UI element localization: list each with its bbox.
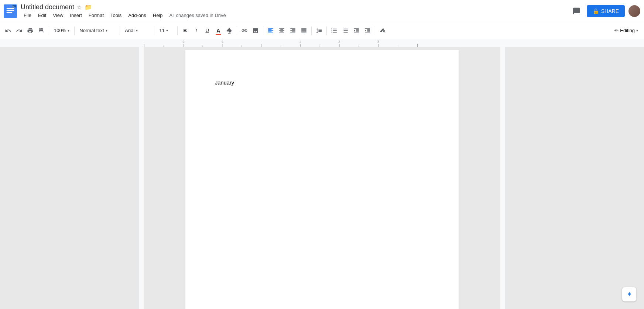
align-left-button[interactable] <box>266 25 276 36</box>
style-value: Normal text <box>79 28 104 33</box>
separator-6 <box>237 26 237 35</box>
title-bar: Untitled document ☆ 📁 File Edit View Ins… <box>0 0 644 22</box>
underline-button[interactable]: U <box>202 25 212 36</box>
right-controls: 🔒 SHARE <box>570 4 640 18</box>
docs-logo-icon <box>4 4 17 18</box>
menu-tools[interactable]: Tools <box>107 12 124 19</box>
menu-format[interactable]: Format <box>86 12 107 19</box>
vertical-ruler-right <box>500 47 505 309</box>
text-color-label: A <box>216 28 220 34</box>
paint-format-button[interactable] <box>36 25 47 36</box>
separator-10 <box>375 26 375 35</box>
menu-help[interactable]: Help <box>150 12 166 19</box>
zoom-arrow-icon: ▾ <box>68 28 69 32</box>
page-area[interactable]: January <box>144 47 500 309</box>
share-button[interactable]: 🔒 SHARE <box>587 5 625 17</box>
doc-title[interactable]: Untitled document <box>21 3 74 11</box>
save-status: All changes saved in Drive <box>169 13 226 18</box>
menu-addons[interactable]: Add-ons <box>125 12 149 19</box>
style-arrow-icon: ▾ <box>106 28 107 32</box>
font-dropdown[interactable]: Arial ▾ <box>122 25 152 36</box>
title-area: Untitled document ☆ 📁 File Edit View Ins… <box>21 3 570 19</box>
right-margin <box>500 47 644 309</box>
menu-insert[interactable]: Insert <box>67 12 85 19</box>
separator-4 <box>154 26 154 35</box>
ruler <box>0 39 644 47</box>
separator-2 <box>74 26 75 35</box>
zoom-value: 100% <box>54 28 66 33</box>
assist-icon: ✦ <box>627 290 632 298</box>
editing-mode-button[interactable]: ✏ Editing ▾ <box>612 26 641 35</box>
align-right-button[interactable] <box>288 25 298 36</box>
comment-icon[interactable] <box>570 4 583 18</box>
clear-format-button[interactable] <box>377 25 388 36</box>
separator-3 <box>120 26 120 35</box>
svg-rect-2 <box>7 10 14 11</box>
editing-mode-area: ✏ Editing ▾ <box>612 26 641 35</box>
align-center-button[interactable] <box>277 25 287 36</box>
ruler-canvas <box>0 39 644 47</box>
redo-button[interactable] <box>14 25 24 36</box>
separator-7 <box>263 26 263 35</box>
link-button[interactable] <box>239 25 250 36</box>
svg-rect-1 <box>7 8 14 9</box>
menu-edit[interactable]: Edit <box>35 12 49 19</box>
print-button[interactable] <box>25 25 35 36</box>
menu-file[interactable]: File <box>21 12 34 19</box>
justify-button[interactable] <box>299 25 309 36</box>
main-area: January <box>0 47 644 309</box>
image-button[interactable] <box>250 25 261 36</box>
pencil-icon: ✏ <box>614 28 619 33</box>
star-icon[interactable]: ☆ <box>76 4 83 10</box>
separator-9 <box>326 26 327 35</box>
left-margin <box>0 47 144 309</box>
line-spacing-button[interactable] <box>314 25 324 36</box>
decrease-indent-button[interactable] <box>351 25 362 36</box>
toolbar: 100% ▾ Normal text ▾ Arial ▾ 11 ▾ B I U … <box>0 22 644 39</box>
svg-rect-3 <box>7 12 12 13</box>
bulleted-list-button[interactable] <box>340 25 350 36</box>
italic-button[interactable]: I <box>191 25 201 36</box>
doc-title-row: Untitled document ☆ 📁 <box>21 3 570 11</box>
separator-5 <box>177 26 178 35</box>
editing-mode-label: Editing <box>620 28 635 33</box>
vertical-ruler-left <box>139 47 144 309</box>
separator-1 <box>49 26 49 35</box>
increase-indent-button[interactable] <box>362 25 373 36</box>
document-text[interactable]: January <box>215 80 429 86</box>
zoom-dropdown[interactable]: 100% ▾ <box>51 25 72 36</box>
font-value: Arial <box>125 28 134 33</box>
folder-icon[interactable]: 📁 <box>85 4 91 10</box>
avatar[interactable] <box>628 5 640 17</box>
share-label: SHARE <box>601 8 619 14</box>
highlight-button[interactable] <box>224 25 234 36</box>
title-icons: ☆ 📁 <box>76 4 91 10</box>
font-arrow-icon: ▾ <box>136 28 138 32</box>
font-size-value: 11 <box>159 28 164 33</box>
font-size-dropdown[interactable]: 11 ▾ <box>157 25 175 36</box>
text-color-swatch <box>216 34 221 35</box>
style-dropdown[interactable]: Normal text ▾ <box>77 25 117 36</box>
page-content[interactable]: January <box>215 80 429 86</box>
undo-button[interactable] <box>3 25 13 36</box>
separator-8 <box>311 26 312 35</box>
text-color-button[interactable]: A <box>213 25 223 36</box>
assist-button[interactable]: ✦ <box>622 287 637 302</box>
font-size-arrow-icon: ▾ <box>166 28 168 32</box>
menu-bar: File Edit View Insert Format Tools Add-o… <box>21 12 570 19</box>
numbered-list-button[interactable] <box>329 25 339 36</box>
editing-mode-arrow-icon: ▾ <box>636 28 638 32</box>
lock-icon: 🔒 <box>593 8 599 14</box>
menu-view[interactable]: View <box>50 12 66 19</box>
bold-button[interactable]: B <box>180 25 190 36</box>
document-page[interactable]: January <box>185 50 459 309</box>
